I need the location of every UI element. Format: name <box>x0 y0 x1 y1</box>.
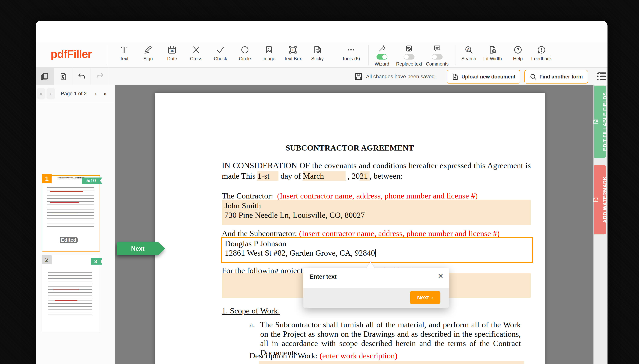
day-field[interactable]: 1-st <box>258 171 278 181</box>
secondary-toolbar: All changes have been saved. Upload new … <box>36 68 607 86</box>
contractor-field[interactable]: John Smith 730 Pine Needle Ln, Louisvill… <box>222 200 531 225</box>
checklist-icon <box>595 70 607 82</box>
ellipsis-icon <box>346 44 355 54</box>
next-page-button[interactable]: › <box>92 88 100 99</box>
page-manager-button[interactable] <box>36 68 54 86</box>
tool-cross-button[interactable]: Cross <box>190 44 202 62</box>
toolbar-divider <box>455 45 456 65</box>
find-another-form-button[interactable]: Find another form <box>524 70 588 84</box>
undo-button[interactable] <box>72 68 91 86</box>
svg-text:?: ? <box>517 47 519 52</box>
description-label-line: Description of Work: (enter work descrip… <box>249 351 397 360</box>
thumbnails-sidebar: « ‹ Page 1 of 2 › » SUBCONTRACTOR AGREEM… <box>36 85 115 364</box>
month-field[interactable]: March <box>303 171 346 181</box>
textbox-icon: T <box>288 44 297 54</box>
tool-date-button[interactable]: 15 Date <box>167 44 177 62</box>
page-thumbnail-2[interactable] <box>42 255 99 332</box>
calendar-icon: 15 <box>168 44 177 54</box>
add-watermark-tab[interactable]: A ADD WATERMARK <box>594 165 606 234</box>
fit-width-button[interactable]: Fit Width <box>483 44 502 62</box>
svg-text:T: T <box>292 48 294 52</box>
redo-icon <box>96 72 104 81</box>
wizard-wand-icon <box>378 44 386 52</box>
watermark-doc-icon: A <box>593 196 599 203</box>
edit-fillable-fields-tab[interactable]: EDIT FILLABLE FIELDS <box>594 86 606 158</box>
tool-textbox-button[interactable]: T Text Box <box>284 44 302 62</box>
document-gear-icon <box>59 72 68 81</box>
fit-width-icon <box>488 44 497 54</box>
popup-next-button[interactable]: Next › <box>410 291 441 304</box>
wizard-toggle[interactable] <box>376 54 387 60</box>
description-hint: (enter work description) <box>319 351 397 360</box>
arrow-tip <box>158 242 165 255</box>
contractor-label-line: The Contractor: (Insert contractor name,… <box>222 191 478 200</box>
check-icon <box>216 44 225 54</box>
tool-sticky-button[interactable]: Sticky <box>311 44 324 62</box>
sticky-note-icon <box>313 44 322 54</box>
document-settings-button[interactable] <box>54 68 72 86</box>
edited-badge: Edited <box>60 237 78 243</box>
contractor-hint: (Insert contractor name, address, phone … <box>277 191 478 200</box>
fillable-fields-doc-icon <box>593 118 599 125</box>
save-floppy-icon <box>354 72 363 81</box>
replace-text-icon <box>405 44 413 52</box>
enter-text-popup: Enter text ✕ Next › <box>303 268 449 308</box>
image-icon <box>264 44 273 54</box>
description-field[interactable] <box>259 361 524 364</box>
upload-new-document-button[interactable]: Upload new document <box>447 70 520 84</box>
year-field[interactable]: 21 <box>360 171 370 181</box>
undo-icon <box>77 72 86 81</box>
replace-text-toggle[interactable] <box>404 54 414 60</box>
subcontractor-field-active[interactable]: Douglas P Johnson 12861 West St #82, Gar… <box>221 237 533 263</box>
tool-sign-button[interactable]: Sign <box>143 44 153 62</box>
save-status: All changes have been saved. <box>354 68 436 86</box>
toolbar-divider <box>368 45 369 65</box>
comments-toggle-button[interactable]: Comments <box>426 44 449 67</box>
tool-circle-button[interactable]: Circle <box>239 44 251 62</box>
cross-icon <box>192 44 201 54</box>
first-page-button[interactable]: « <box>37 88 45 99</box>
document-page: SUBCONTRACTOR AGREEMENT IN CONSIDERATION… <box>155 93 545 364</box>
help-icon: ? <box>513 44 522 54</box>
redo-button[interactable] <box>91 68 109 86</box>
last-page-button[interactable]: » <box>101 88 109 99</box>
tool-tools-menu-button[interactable]: Tools (6) <box>342 44 360 62</box>
pages-copy-icon <box>41 72 49 81</box>
fields-list-button[interactable] <box>595 70 607 82</box>
text-tool-icon: T <box>121 44 127 54</box>
page-number-badge: 2 <box>42 255 52 264</box>
right-tabs-rail: EDIT FILLABLE FIELDS A ADD WATERMARK <box>593 85 607 364</box>
upload-document-icon <box>452 73 459 80</box>
tool-text-button[interactable]: T Text <box>120 44 128 62</box>
search-icon: A <box>464 44 473 54</box>
feedback-icon <box>537 44 546 54</box>
search-button[interactable]: A Search <box>461 44 476 62</box>
text-cursor <box>375 249 376 257</box>
feedback-button[interactable]: Feedback <box>531 44 552 62</box>
tool-image-button[interactable]: Image <box>262 44 275 62</box>
popup-title: Enter text <box>310 273 337 280</box>
main-toolbar: pdfFiller T Text Sign 15 Date <box>36 42 607 68</box>
document-title: SUBCONTRACTOR AGREEMENT <box>155 143 545 152</box>
replace-text-toggle-button[interactable]: Replace text <box>396 44 422 67</box>
page-indicator: Page 1 of 2 <box>61 91 87 96</box>
saved-status-text: All changes have been saved. <box>366 74 436 80</box>
close-icon[interactable]: ✕ <box>438 272 444 280</box>
pdffiller-logo[interactable]: pdfFiller <box>51 48 92 60</box>
help-button[interactable]: ? Help <box>513 44 523 62</box>
subcontractor-hint: (Insert contractor name, address, phone … <box>299 229 500 238</box>
page-navigation: « ‹ Page 1 of 2 › » <box>36 85 115 102</box>
comments-toggle[interactable] <box>432 54 443 60</box>
chevron-right-icon: › <box>431 294 433 301</box>
fields-count-badge: 5/10 <box>82 178 102 184</box>
desktop-background: pdfFiller T Text Sign 15 Date <box>0 0 639 364</box>
tool-check-button[interactable]: Check <box>214 44 227 62</box>
document-viewer: SUBCONTRACTOR AGREEMENT IN CONSIDERATION… <box>115 85 593 364</box>
scope-heading: 1. Scope of Work. <box>222 306 280 316</box>
intro-paragraph: IN CONSIDERATION OF the covenants and co… <box>222 161 531 181</box>
wizard-toggle-button[interactable]: Wizard <box>375 44 389 67</box>
svg-text:A: A <box>597 198 599 200</box>
fields-count-badge: 3 <box>91 258 102 264</box>
previous-page-button[interactable]: ‹ <box>47 88 55 99</box>
page-number-badge: 1 <box>42 174 52 183</box>
